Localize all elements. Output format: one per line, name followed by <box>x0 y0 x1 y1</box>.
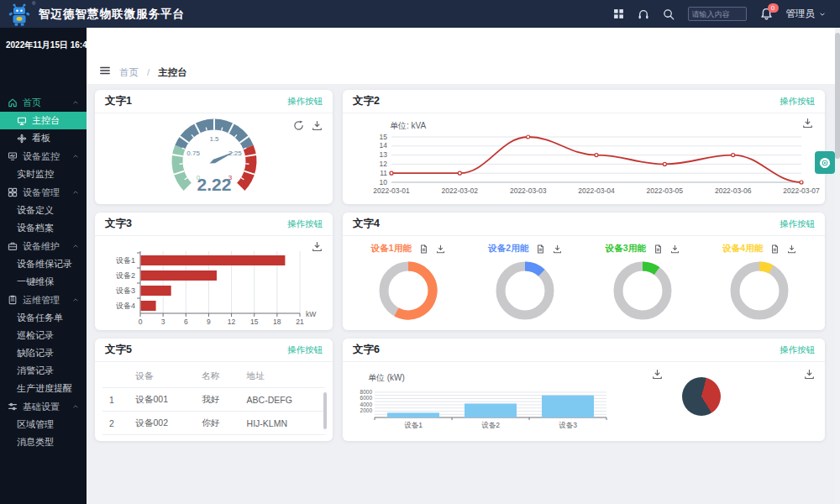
sidebar-item[interactable]: 一键维保 <box>0 273 87 291</box>
sidebar-section-header[interactable]: 设备维护 <box>0 237 87 255</box>
svg-text:11: 11 <box>380 169 387 177</box>
chevron-up-icon <box>71 296 80 304</box>
sidebar-item[interactable]: 设备定义 <box>0 202 87 219</box>
document-icon[interactable] <box>536 244 545 254</box>
sidebar-item-label: 消警记录 <box>17 365 54 377</box>
sidebar-item[interactable]: 主控台 <box>0 112 87 129</box>
download-icon[interactable] <box>804 369 815 380</box>
download-icon[interactable] <box>312 120 323 131</box>
card-action-button[interactable]: 操作按钮 <box>287 344 323 356</box>
sidebar-item[interactable]: 设备维保记录 <box>0 255 87 273</box>
sidebar-item[interactable]: 消警记录 <box>0 362 87 380</box>
download-icon[interactable] <box>652 369 663 380</box>
card-4: 文字4 操作按钮 设备1用能设备2用能设备3用能设备4用能 <box>343 213 825 330</box>
card-title: 文字2 <box>353 94 380 108</box>
svg-text:2022-03-02: 2022-03-02 <box>442 186 479 195</box>
donut-chart: 设备4用能 <box>701 239 819 330</box>
document-icon[interactable] <box>654 244 663 254</box>
download-icon[interactable] <box>553 244 562 254</box>
headset-icon <box>638 8 649 20</box>
sidebar-item[interactable]: 看板 <box>0 129 87 147</box>
sidebar-item[interactable]: 生产进度提醒 <box>0 380 87 397</box>
page-scrollbar[interactable] <box>835 28 840 504</box>
download-icon[interactable] <box>787 244 796 254</box>
donut-chart: 设备3用能 <box>584 239 701 330</box>
svg-text:2.22: 2.22 <box>197 175 231 194</box>
card-5: 文字5 操作按钮 设备名称地址1设备001我好ABC-DEFG2设备002你好H… <box>95 339 333 441</box>
apps-grid-icon <box>613 8 624 19</box>
document-icon[interactable] <box>419 244 428 254</box>
card-action-button[interactable]: 操作按钮 <box>287 218 323 230</box>
card-action-button[interactable]: 操作按钮 <box>780 96 815 108</box>
sidebar-section-header[interactable]: 基础设置 <box>0 397 87 416</box>
collapse-menu-icon[interactable] <box>99 65 111 80</box>
sidebar-section-header[interactable]: 设备管理 <box>0 183 87 202</box>
theme-settings-button[interactable] <box>815 151 835 174</box>
table-row: 2设备002你好HIJ-KLMN <box>102 412 325 435</box>
chevron-up-icon <box>71 242 80 250</box>
sidebar-section-header[interactable]: 首页 <box>0 93 87 112</box>
svg-text:12: 12 <box>228 318 236 326</box>
refresh-icon[interactable] <box>293 120 304 131</box>
topbar: 首页 / 主控台 <box>87 28 840 84</box>
card-action-button[interactable]: 操作按钮 <box>780 344 815 356</box>
page-scrollbar-thumb[interactable] <box>835 33 840 159</box>
donut-chart-svg <box>493 259 557 323</box>
donut-chart: 设备1用能 <box>349 239 467 330</box>
headset-icon[interactable] <box>638 8 649 20</box>
download-icon[interactable] <box>312 241 323 252</box>
sidebar-section-label: 设备监控 <box>23 150 60 163</box>
caret-down-icon <box>818 10 827 18</box>
table-cell: 设备001 <box>129 388 196 412</box>
breadcrumb-home[interactable]: 首页 <box>119 66 139 79</box>
notification-badge: 0 <box>768 3 779 13</box>
sidebar-section-header[interactable]: 设备监控 <box>0 147 87 165</box>
card-title: 文字1 <box>105 94 132 108</box>
user-menu[interactable]: 管理员 <box>786 8 827 20</box>
download-icon[interactable] <box>670 244 680 254</box>
search-input[interactable] <box>688 7 747 21</box>
monitor-icon <box>17 116 27 126</box>
device-manage-icon <box>8 187 18 197</box>
bar-and-pie-chart: 单位 (kW)2000400060008000设备1设备2设备3 <box>343 362 825 441</box>
card-action-button[interactable]: 操作按钮 <box>287 96 323 108</box>
sidebar-item[interactable]: 设备任务单 <box>0 309 87 327</box>
kanban-icon <box>17 134 27 144</box>
sidebar-item[interactable]: 区域管理 <box>0 416 87 433</box>
sidebar-item[interactable]: 实时监控 <box>0 165 87 183</box>
screen-monitoring-icon <box>8 151 18 161</box>
apps-grid-icon[interactable] <box>613 8 624 19</box>
caret-down-icon <box>818 10 827 18</box>
svg-text:9: 9 <box>207 318 211 326</box>
search-icon[interactable] <box>663 8 675 20</box>
document-icon[interactable] <box>770 244 780 254</box>
svg-text:设备3: 设备3 <box>116 286 135 295</box>
registered-mark: ® <box>32 1 35 6</box>
sidebar-item[interactable]: 设备档案 <box>0 219 87 237</box>
card-action-button[interactable]: 操作按钮 <box>780 218 815 230</box>
svg-text:2022-03-06: 2022-03-06 <box>715 186 752 195</box>
sidebar-section-label: 设备管理 <box>23 186 60 199</box>
sidebar-item[interactable]: 缺陷记录 <box>0 344 87 362</box>
donut-charts: 设备1用能设备2用能设备3用能设备4用能 <box>343 236 825 330</box>
svg-text:1.5: 1.5 <box>209 135 219 143</box>
home-icon <box>8 97 18 108</box>
breadcrumb: 首页 / 主控台 <box>99 65 187 80</box>
sidebar-item[interactable]: 消息类型 <box>0 433 87 451</box>
sidebar-section-header[interactable]: 运维管理 <box>0 291 87 309</box>
download-icon[interactable] <box>436 244 445 254</box>
gauge-chart: 00.751.52.2532.22 <box>95 115 333 204</box>
basic-settings-icon <box>8 402 18 412</box>
table-scrollbar-thumb[interactable] <box>323 392 327 429</box>
notification-bell[interactable]: 0 <box>760 8 773 20</box>
table-cell: 1 <box>102 388 129 412</box>
gauge-chart-svg: 00.751.52.2532.22 <box>130 115 298 204</box>
sidebar-item-label: 一键维保 <box>17 276 54 288</box>
line-chart-svg: 1011121314152022-03-012022-03-022022-03-… <box>344 134 823 201</box>
sidebar-item[interactable]: 巡检记录 <box>0 327 87 344</box>
svg-text:15: 15 <box>250 318 259 326</box>
unit-label: 单位 (kW) <box>368 372 405 384</box>
svg-text:设备1: 设备1 <box>404 421 423 429</box>
download-icon[interactable] <box>802 118 813 129</box>
vertical-bar-chart-svg: 2000400060008000设备1设备2设备3 <box>348 384 633 433</box>
